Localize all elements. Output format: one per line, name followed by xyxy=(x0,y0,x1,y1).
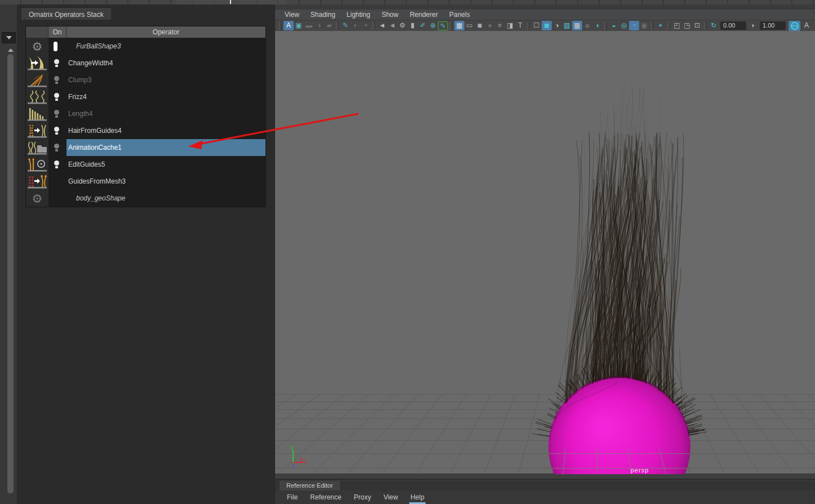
gate-mask-icon[interactable]: ● xyxy=(485,21,495,30)
depth-peel-icon[interactable]: ▣ xyxy=(639,21,649,30)
menu-panels[interactable]: Panels xyxy=(444,10,476,20)
shelf-strip-cursor xyxy=(230,0,231,4)
menu-view[interactable]: View xyxy=(279,10,305,20)
operator-row-bodygeoshape[interactable]: ⚙ body_geoShape xyxy=(26,190,265,207)
toolbar-separator xyxy=(651,22,654,30)
exposure-toggle-icon[interactable]: ◐ xyxy=(351,21,361,30)
menu-renderer[interactable]: Renderer xyxy=(404,10,444,20)
frame-all-icon[interactable]: ▬ xyxy=(304,21,314,30)
header-operator-column: Operator xyxy=(67,26,265,38)
gamma-toggle-icon[interactable]: ◓ xyxy=(361,21,371,30)
menu-lighting[interactable]: Lighting xyxy=(341,10,376,20)
frizz-icon[interactable] xyxy=(26,89,48,105)
operator-row-hairfromguides[interactable]: HairFromGuides4 xyxy=(26,122,265,139)
exposure-refresh-icon[interactable]: ↻ xyxy=(708,21,719,30)
tab-reference-editor[interactable]: Reference Editor xyxy=(280,481,340,490)
pan-zoom-icon[interactable]: ⊕ xyxy=(428,21,438,30)
isolate-add-icon[interactable]: ◳ xyxy=(682,21,692,30)
refmenu-help[interactable]: Help xyxy=(404,490,431,504)
operator-row-animationcache[interactable]: AnimationCache1 xyxy=(26,139,265,156)
visibility-bulb-icon[interactable] xyxy=(54,93,60,101)
camera-lock-icon[interactable]: ◄ xyxy=(387,21,397,30)
exposure-field[interactable]: 0.00 xyxy=(720,21,746,30)
length-icon[interactable] xyxy=(26,106,48,122)
annotate-pen-icon[interactable]: ✎ xyxy=(438,21,448,30)
operator-row-clump[interactable]: Clump3 xyxy=(26,72,265,88)
safe-action-icon[interactable]: ◨ xyxy=(505,21,515,30)
gamma-field[interactable]: 1.00 xyxy=(760,21,786,30)
resolution-gate-icon[interactable]: ◙ xyxy=(475,21,485,30)
camera-attributes-icon[interactable]: ⚙ xyxy=(397,21,408,30)
anti-alias-icon[interactable]: ◔ xyxy=(629,21,639,30)
smooth-shade-icon[interactable]: ◼ xyxy=(542,21,552,30)
application-window: Ornatrix Operators Stack On Operator ⚙ F… xyxy=(0,0,815,504)
toolbar-separator xyxy=(336,22,339,30)
menu-show[interactable]: Show xyxy=(376,10,404,20)
change-width-icon[interactable] xyxy=(26,55,48,71)
refmenu-proxy[interactable]: Proxy xyxy=(348,490,378,504)
select-tool-icon[interactable]: ⌖ xyxy=(655,21,666,30)
paint-icon[interactable]: ✐ xyxy=(418,21,428,30)
refmenu-file[interactable]: File xyxy=(281,490,304,504)
screen-space-ao-icon[interactable]: ◒ xyxy=(609,21,619,30)
hair-from-guides-icon[interactable] xyxy=(26,123,48,139)
operator-label: Frizz4 xyxy=(68,93,87,101)
ornatrix-panel: Ornatrix Operators Stack On Operator ⚙ F… xyxy=(17,5,274,504)
film-gate-icon[interactable]: ▭ xyxy=(464,21,475,30)
edit-guides-icon[interactable] xyxy=(26,157,48,172)
flat-shade-icon[interactable]: ◑ xyxy=(552,21,562,30)
scroll-up-arrow-icon[interactable] xyxy=(8,48,14,52)
refmenu-reference[interactable]: Reference xyxy=(304,490,347,504)
visibility-bulb-icon[interactable] xyxy=(54,160,60,168)
toolbar-separator xyxy=(279,22,282,30)
refmenu-view[interactable]: View xyxy=(377,490,404,504)
axis-z-label: z xyxy=(293,462,295,469)
panel-dropdown-button[interactable] xyxy=(2,32,16,43)
select-by-name-icon[interactable]: A xyxy=(284,21,294,30)
bookmark-icon[interactable]: ▮ xyxy=(408,21,418,30)
shelf-strip[interactable] xyxy=(0,0,815,5)
camera-icon[interactable]: ◄ xyxy=(377,21,387,30)
isolate-view-icon[interactable]: ◰ xyxy=(672,21,682,30)
textured-icon[interactable]: ▧ xyxy=(562,21,572,30)
visibility-bulb-icon[interactable] xyxy=(54,76,60,84)
visibility-bulb-icon[interactable] xyxy=(54,127,60,135)
wireframe-icon[interactable]: ☐ xyxy=(531,21,542,30)
operator-row-length[interactable]: Length4 xyxy=(26,105,265,122)
operator-row-furballshape[interactable]: ⚙ FurBallShape3 xyxy=(26,38,265,55)
zoom-select-icon[interactable]: ⊡ xyxy=(692,21,702,30)
lights-icon[interactable]: ☼ xyxy=(582,21,592,30)
viewport-canvas[interactable] xyxy=(275,31,815,479)
operator-label: Length4 xyxy=(68,110,92,118)
isolate-select-icon[interactable]: ▣ xyxy=(294,21,304,30)
on-toggle[interactable]: ON xyxy=(789,21,800,31)
visibility-bulb-icon[interactable] xyxy=(54,110,60,118)
ab-compare-icon[interactable]: A xyxy=(801,21,812,30)
operator-row-changewidth[interactable]: ChangeWidth4 xyxy=(26,55,265,72)
guides-from-mesh-icon[interactable] xyxy=(26,173,48,189)
animation-cache-icon[interactable] xyxy=(26,140,48,155)
operator-row-guidesfrommesh[interactable]: GuidesFromMesh3 xyxy=(26,173,265,190)
frame-selection-icon[interactable]: ◑ xyxy=(314,21,324,30)
viewport-scene[interactable]: persp y x z xyxy=(275,31,815,479)
header-on-column: On xyxy=(48,26,67,38)
axis-gizmo: y x z xyxy=(285,444,319,469)
clump-icon[interactable] xyxy=(26,72,48,88)
visibility-bulb-icon[interactable] xyxy=(54,144,60,151)
image-plane-toggle-icon[interactable]: ▰ xyxy=(324,21,334,30)
menu-shading[interactable]: Shading xyxy=(305,10,341,20)
checker-icon[interactable]: ▩ xyxy=(572,21,582,30)
grid-toggle-icon[interactable]: ▦ xyxy=(454,21,464,30)
operator-row-editguides[interactable]: EditGuides5 xyxy=(26,156,265,173)
motion-blur-icon[interactable]: ◎ xyxy=(619,21,629,30)
reference-editor-panel: Reference Editor File Reference Proxy Vi… xyxy=(275,479,815,504)
operator-row-frizz[interactable]: Frizz4 xyxy=(26,88,265,105)
contrast-icon[interactable]: ◗ xyxy=(748,21,758,30)
safe-title-icon[interactable]: T xyxy=(515,21,525,30)
visibility-bulb-icon[interactable] xyxy=(54,59,60,67)
vertical-scrollbar[interactable] xyxy=(7,54,14,493)
grease-pencil-icon[interactable]: ✎ xyxy=(340,21,351,30)
tab-ornatrix-operators-stack[interactable]: Ornatrix Operators Stack xyxy=(21,8,111,20)
field-chart-icon[interactable]: ⌗ xyxy=(495,21,505,30)
shadows-icon[interactable]: ◖ xyxy=(592,21,603,30)
